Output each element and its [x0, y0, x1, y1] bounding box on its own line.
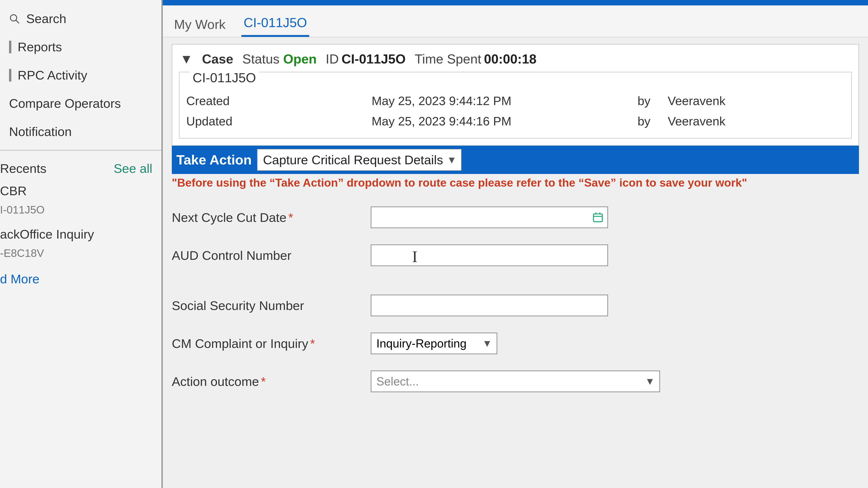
status-value: Open [283, 52, 317, 66]
calendar-icon[interactable] [592, 212, 604, 223]
sidebar: Search Reports RPC Activity Compare Oper… [0, 0, 163, 488]
updated-row: Updated May 25, 2023 9:44:16 PM by Veera… [186, 111, 844, 131]
cm-complaint-select[interactable]: Inquiry-Reporting ▼ [371, 332, 497, 354]
search-icon [9, 13, 20, 24]
chevron-down-icon: ▼ [447, 154, 457, 166]
next-cycle-label: Next Cycle Cut Date [172, 210, 286, 225]
aud-control-input[interactable]: I [371, 245, 608, 266]
recent-sub: -E8C18V [0, 247, 161, 265]
svg-point-0 [10, 15, 17, 21]
updated-label: Updated [186, 114, 358, 128]
sidebar-item-compare[interactable]: Compare Operators [0, 89, 161, 118]
updated-value: May 25, 2023 9:44:16 PM [372, 114, 620, 128]
top-banner [163, 0, 868, 5]
form-row-next-cycle: Next Cycle Cut Date* [172, 198, 859, 236]
sidebar-search-label: Search [26, 11, 66, 26]
form-area: Next Cycle Cut Date* AUD Control Number … [172, 198, 859, 400]
sidebar-item-rpc[interactable]: RPC Activity [0, 61, 161, 89]
take-action-selected: Capture Critical Request Details [263, 153, 443, 167]
outcome-selected-value: Select... [376, 375, 419, 388]
svg-line-1 [16, 20, 19, 23]
created-by-value: Veeravenk [668, 94, 844, 108]
ssn-label: Social Security Number [172, 298, 304, 313]
tab-my-work[interactable]: My Work [172, 13, 228, 37]
time-spent-label: Time Spent [415, 52, 481, 66]
recent-title: CBR [0, 184, 27, 198]
sidebar-item-notification[interactable]: Notification [0, 118, 161, 146]
form-row-cm: CM Complaint or Inquiry* Inquiry-Reporti… [172, 324, 859, 362]
form-row-outcome: Action outcome* Select... ▼ [172, 362, 859, 400]
case-header: ▼ Case Status Open IDCI-011J5O Time Spen… [179, 49, 852, 72]
case-fieldset: CI-011J5O Created May 25, 2023 9:44:12 P… [179, 72, 852, 138]
see-all-link[interactable]: See all [114, 161, 152, 176]
sidebar-item-label: Reports [18, 39, 62, 54]
main-area: My Work CI-011J5O ▼ Case Status Open IDC… [163, 0, 868, 488]
recent-title: ackOffice Inquiry [0, 227, 94, 241]
recent-sub: I-011J5O [0, 203, 161, 221]
form-row-ssn: Social Security Number [172, 274, 859, 324]
divider [0, 150, 161, 151]
outcome-label: Action outcome [172, 375, 259, 389]
recent-item[interactable]: CBR [0, 178, 161, 203]
action-outcome-select[interactable]: Select... ▼ [371, 370, 660, 392]
id-label: ID [326, 52, 339, 66]
take-action-dropdown[interactable]: Capture Critical Request Details ▼ [257, 149, 462, 171]
aud-label: AUD Control Number [172, 248, 291, 263]
by-label: by [634, 114, 654, 128]
take-action-bar: Take Action Capture Critical Request Det… [172, 146, 859, 174]
recents-label: Recents [0, 161, 46, 176]
take-action-label: Take Action [176, 152, 252, 168]
id-value: CI-011J5O [342, 52, 406, 66]
required-icon: * [261, 375, 266, 389]
warning-text: "Before using the “Take Action” dropdown… [172, 176, 859, 189]
sidebar-item-label: Notification [9, 124, 72, 139]
created-value: May 25, 2023 9:44:12 PM [372, 94, 620, 108]
sidebar-item-reports[interactable]: Reports [0, 33, 161, 61]
form-row-aud: AUD Control Number I [172, 236, 859, 274]
text-cursor-icon: I [412, 248, 417, 266]
bar-icon [9, 41, 11, 53]
recent-item[interactable]: ackOffice Inquiry [0, 221, 161, 247]
fieldset-legend: CI-011J5O [189, 70, 259, 85]
svg-rect-2 [594, 214, 602, 222]
case-label: Case [202, 51, 233, 66]
time-spent-value: 00:00:18 [484, 52, 536, 66]
tab-bar: My Work CI-011J5O [163, 5, 868, 37]
required-icon: * [310, 336, 315, 351]
case-summary-card: ▼ Case Status Open IDCI-011J5O Time Spen… [172, 44, 859, 146]
cm-selected-value: Inquiry-Reporting [376, 337, 467, 350]
created-label: Created [186, 94, 358, 108]
sidebar-item-label: Compare Operators [9, 96, 121, 111]
sidebar-search[interactable]: Search [0, 4, 161, 33]
recents-header: Recents See all [0, 155, 161, 178]
updated-by-value: Veeravenk [668, 114, 844, 128]
recents-more-link[interactable]: d More [0, 265, 161, 293]
by-label: by [634, 94, 654, 108]
chevron-down-icon: ▼ [645, 376, 655, 387]
sidebar-item-label: RPC Activity [18, 68, 87, 83]
bar-icon [9, 69, 11, 82]
cm-label: CM Complaint or Inquiry [172, 336, 308, 351]
chevron-down-icon[interactable]: ▼ [180, 51, 193, 66]
status-label: Status [242, 52, 279, 66]
next-cycle-date-input[interactable] [371, 206, 608, 228]
required-icon: * [288, 210, 293, 225]
tab-case[interactable]: CI-011J5O [241, 11, 309, 37]
created-row: Created May 25, 2023 9:44:12 PM by Veera… [186, 91, 844, 111]
ssn-input[interactable] [371, 295, 608, 316]
chevron-down-icon: ▼ [482, 338, 492, 349]
